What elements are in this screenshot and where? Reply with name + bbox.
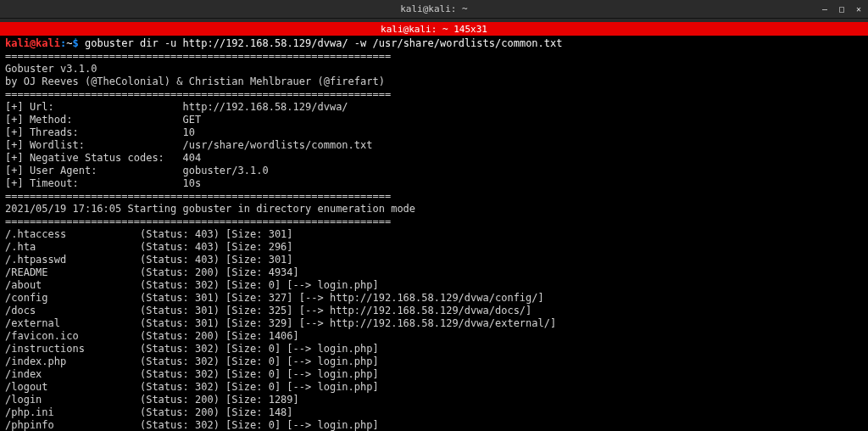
result-line: /login (Status: 200) [Size: 1289]: [5, 394, 299, 406]
result-line: /instructions (Status: 302) [Size: 0] [-…: [5, 343, 379, 355]
window-title: kali@kali: ~: [400, 3, 467, 14]
result-line: /.htaccess (Status: 403) [Size: 301]: [5, 228, 293, 240]
terminal-output[interactable]: kali@kali:~$ gobuster dir -u http://192.…: [0, 36, 868, 431]
divider: ========================================…: [5, 88, 391, 100]
result-line: /docs (Status: 301) [Size: 325] [--> htt…: [5, 305, 531, 316]
start-line: 2021/05/19 17:16:05 Starting gobuster in…: [5, 203, 415, 215]
terminal-tab-label: kali@kali: ~ 145x31: [381, 24, 487, 35]
prompt-path: ~: [66, 37, 72, 49]
result-line: /logout (Status: 302) [Size: 0] [--> log…: [5, 381, 379, 393]
config-line: [+] User Agent: gobuster/3.1.0: [5, 165, 269, 176]
result-line: /.htpasswd (Status: 403) [Size: 301]: [5, 254, 293, 266]
config-line: [+] Negative Status codes: 404: [5, 152, 201, 164]
close-button[interactable]: ✕: [853, 3, 865, 15]
result-line: /about (Status: 302) [Size: 0] [--> logi…: [5, 279, 379, 291]
result-line: /favicon.ico (Status: 200) [Size: 1406]: [5, 330, 299, 342]
config-line: [+] Method: GET: [5, 114, 201, 126]
prompt-end: $: [73, 37, 79, 49]
prompt-user: kali@kali: [5, 37, 60, 49]
result-line: /external (Status: 301) [Size: 329] [-->…: [5, 317, 556, 329]
minimize-button[interactable]: –: [819, 3, 831, 15]
terminal-tabbar[interactable]: kali@kali: ~ 145x31: [0, 22, 868, 36]
config-line: [+] Wordlist: /usr/share/wordlists/commo…: [5, 139, 372, 151]
divider: ========================================…: [5, 190, 391, 202]
divider: ========================================…: [5, 216, 391, 227]
banner-line: by OJ Reeves (@TheColonial) & Christian …: [5, 76, 385, 87]
result-line: /phpinfo (Status: 302) [Size: 0] [--> lo…: [5, 419, 379, 431]
maximize-button[interactable]: □: [836, 3, 848, 15]
result-line: /.hta (Status: 403) [Size: 296]: [5, 241, 293, 253]
result-line: /index.php (Status: 302) [Size: 0] [--> …: [5, 355, 379, 367]
command-text: gobuster dir -u http://192.168.58.129/dv…: [85, 37, 563, 49]
config-line: [+] Threads: 10: [5, 126, 195, 138]
window-titlebar: kali@kali: ~ – □ ✕: [0, 0, 868, 19]
result-line: /index (Status: 302) [Size: 0] [--> logi…: [5, 368, 379, 380]
result-line: /php.ini (Status: 200) [Size: 148]: [5, 406, 293, 418]
banner-line: Gobuster v3.1.0: [5, 63, 97, 75]
result-line: /README (Status: 200) [Size: 4934]: [5, 266, 299, 278]
config-line: [+] Timeout: 10s: [5, 177, 201, 189]
config-line: [+] Url: http://192.168.58.129/dvwa/: [5, 101, 348, 113]
divider: ========================================…: [5, 50, 391, 62]
window-controls: – □ ✕: [819, 3, 865, 15]
result-line: /config (Status: 301) [Size: 327] [--> h…: [5, 292, 544, 304]
